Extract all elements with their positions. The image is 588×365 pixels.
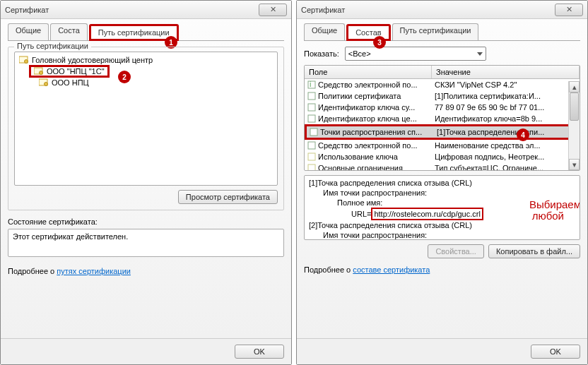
svg-rect-8 [308,92,315,100]
titlebar: Сертификат ✕ [1,1,291,19]
field-icon: i [307,80,316,89]
tree-item[interactable]: ООО НПЦ [39,78,273,88]
titlebar: Сертификат ✕ [297,1,587,19]
svg-rect-9 [308,104,315,111]
svg-rect-13 [308,153,315,160]
status-box: Этот сертификат действителен. [8,229,284,257]
close-icon: ✕ [270,5,276,14]
window-body: Общие Соста Путь сертификации 1 Путь сер… [1,19,291,338]
scroll-up-icon[interactable]: ▴ [569,81,580,92]
table-row[interactable]: Политики сертификата[1]Политика сертифик… [305,90,580,102]
certificate-icon [39,78,49,87]
certificate-window-left: Сертификат ✕ Общие Соста Путь сертификац… [0,0,292,365]
more-prefix: Подробнее о [304,265,353,274]
close-icon: ✕ [566,5,572,14]
field-icon [307,103,316,112]
detail-line: [2]Точка распределения списка отзыва (CR… [309,220,575,230]
properties-button: Свойства... [428,244,483,258]
certificate-icon [19,56,29,64]
table-row[interactable]: iСредство электронной по...СКЗИ "VipNet … [305,79,580,90]
group-legend: Путь сертификации [14,42,91,50]
fields-table[interactable]: Поле Значение iСредство электронной по..… [304,65,580,171]
show-row: Показать: <Все> [304,47,580,61]
table-header: Поле Значение [305,66,580,79]
table-row[interactable]: Идентификатор ключа су...77 89 07 9e 65 … [305,102,580,113]
certificate-window-right: Сертификат ✕ Общие Состав Путь сертифика… [296,0,588,365]
window-body: Общие Состав Путь сертификации 3 Показат… [297,19,587,338]
status-text: Этот сертификат действителен. [13,232,128,241]
tree-item-label: ООО "НПЦ "1С" [47,67,105,76]
cert-path-tree[interactable]: Головной удостоверяющий центр ООО "НПЦ "… [14,52,278,186]
ok-button[interactable]: OK [235,345,284,359]
field-icon [307,114,316,123]
tree-root-label: Головной удостоверяющий центр [32,56,153,64]
view-certificate-button[interactable]: Просмотр сертификата [178,190,278,204]
svg-rect-12 [308,142,315,149]
tree-item-selected[interactable]: ООО "НПЦ "1С" [29,65,110,78]
annotation-badge-2: 2 [118,71,131,83]
field-icon [310,128,318,136]
field-icon [307,152,316,161]
tab-certification-path[interactable]: Путь сертификации [392,23,479,40]
field-details[interactable]: [1]Точка распределения списка отзыва (CR… [304,175,580,240]
detail-line: Полное имя: [309,198,575,208]
tree-item-label: ООО НПЦ [52,78,89,87]
tab-details[interactable]: Соста [50,23,88,40]
certificate-icon [34,67,44,76]
tab-general[interactable]: Общие [8,23,49,40]
ok-button[interactable]: OK [531,345,580,359]
scrollbar[interactable]: ▴ ▾ [568,81,580,170]
show-dropdown[interactable]: <Все> [345,47,486,61]
window-title: Сертификат [301,6,555,14]
show-value: <Все> [348,49,371,58]
table-row[interactable]: Использование ключаЦифровая подпись, Нео… [305,151,580,162]
more-link[interactable]: составе сертификата [353,265,430,274]
field-icon [307,92,316,100]
more-link[interactable]: путях сертификации [57,267,131,275]
dialog-footer: OK [1,338,291,364]
col-value: Значение [432,66,580,78]
table-row[interactable]: Основные ограниченияТип субъекта=ЦС, Огр… [305,162,580,171]
detail-line: Имя точки распространения: [309,188,575,198]
detail-line: Имя точки распространения: [309,230,575,240]
dialog-footer: OK [297,338,587,364]
svg-text:i: i [310,80,311,88]
field-icon [307,141,316,150]
tree-root[interactable]: Головной удостоверяющий центр [19,55,273,65]
field-icon [307,164,316,171]
svg-point-1 [25,60,28,64]
detail-url-line: URL=http://rostelecom.ru/cdp/guc.crl [309,208,575,220]
copy-to-file-button[interactable]: Копировать в файл... [488,244,580,258]
svg-rect-14 [308,164,315,171]
crl-url-1: http://rostelecom.ru/cdp/guc.crl [371,208,483,220]
table-row[interactable]: Идентификатор ключа це...Идентификатор к… [305,113,580,124]
col-field: Поле [305,66,432,78]
chevron-down-icon [477,52,483,56]
svg-rect-11 [310,128,317,136]
svg-point-3 [40,71,43,75]
more-info: Подробнее о путях сертификации [8,267,284,275]
window-title: Сертификат [5,6,259,14]
close-button[interactable]: ✕ [259,4,287,16]
more-info: Подробнее о составе сертификата [304,265,580,274]
table-body: iСредство электронной по...СКЗИ "VipNet … [305,79,580,171]
tab-strip: Общие Состав Путь сертификации 3 [304,23,580,41]
show-label: Показать: [304,49,339,58]
certification-path-group: Путь сертификации Головной удостоверяющи… [8,47,284,210]
scroll-thumb[interactable] [570,92,579,121]
annotation-badge-3: 3 [373,36,386,49]
tab-strip: Общие Соста Путь сертификации 1 [8,23,284,41]
more-prefix: Подробнее о [8,267,57,275]
details-buttons: Свойства... Копировать в файл... [304,244,580,258]
table-row[interactable]: Средство электронной по...Наименование с… [305,140,580,151]
scroll-down-icon[interactable]: ▾ [569,159,580,170]
tab-general[interactable]: Общие [304,23,345,40]
status-label: Состояние сертификата: [8,217,284,226]
close-button[interactable]: ✕ [555,4,583,16]
svg-point-5 [45,83,48,86]
svg-rect-10 [308,115,315,122]
annotation-badge-4: 4 [517,128,529,141]
table-row-selected[interactable]: Точки распространения сп...[1]Точка расп… [305,124,580,140]
detail-line: [1]Точка распределения списка отзыва (CR… [309,178,575,188]
